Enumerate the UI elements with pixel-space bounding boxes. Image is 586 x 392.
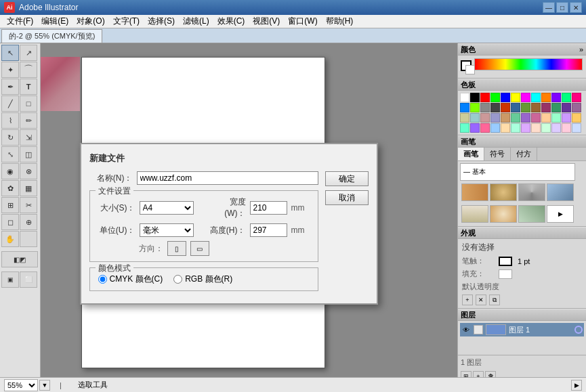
menu-select[interactable]: 选择(S) [144, 15, 179, 28]
blend-tool[interactable]: ⊗ [20, 163, 37, 179]
swatch-item[interactable] [531, 113, 541, 123]
select-tool[interactable]: ↖ [1, 45, 19, 61]
eraser-tool[interactable]: ◻ [1, 214, 19, 230]
symbolsprayer-tool[interactable]: ✿ [1, 180, 19, 196]
swatches-panel-header[interactable]: 色板 [458, 79, 586, 91]
make-comp-icon[interactable]: ⊞ [461, 371, 472, 377]
add-layer-icon[interactable]: + [473, 371, 484, 377]
layer-visibility-toggle[interactable]: 👁 [461, 325, 471, 334]
swatch-item[interactable] [470, 93, 480, 102]
landscape-button[interactable]: ▭ [190, 241, 209, 256]
unit-select[interactable]: 毫米厘米像素英寸点 [140, 223, 194, 237]
cmyk-radio[interactable] [98, 275, 107, 284]
screen-mode-1[interactable]: ▣ [1, 271, 19, 288]
swatch-item[interactable] [470, 123, 480, 133]
type-tool[interactable]: T [20, 79, 37, 95]
swatch-item[interactable] [551, 93, 561, 102]
menu-help[interactable]: 帮助(H) [322, 15, 358, 28]
swatch-item[interactable] [490, 113, 500, 123]
swatch-item[interactable] [541, 123, 551, 133]
swatch-item[interactable] [531, 103, 541, 112]
swatch-item[interactable] [572, 113, 581, 123]
swatch-item[interactable] [480, 123, 490, 133]
swatch-item[interactable] [551, 103, 561, 112]
swatch-item[interactable] [551, 123, 561, 133]
brush-scroll-btn[interactable]: ▶ [547, 205, 574, 223]
menu-edit[interactable]: 编辑(E) [37, 15, 72, 28]
menu-effect[interactable]: 效果(C) [213, 15, 249, 28]
color-panel-expand[interactable]: » [579, 45, 583, 53]
stroke-box[interactable] [499, 257, 512, 266]
swatch-item[interactable] [470, 103, 480, 112]
tab-payment[interactable]: 付方 [511, 148, 537, 160]
color-spectrum[interactable] [474, 58, 583, 70]
swatch-item[interactable] [562, 93, 571, 102]
zoom-select[interactable]: 25%50%55%75%100%150%200% [4, 379, 38, 391]
delete-item-icon[interactable]: ✕ [476, 295, 486, 305]
menu-file[interactable]: 文件(F) [3, 15, 37, 28]
portrait-button[interactable]: ▯ [167, 241, 186, 256]
tab-brushes[interactable]: 画笔 [458, 148, 484, 160]
brush-texture-1[interactable] [461, 183, 488, 201]
rotate-tool[interactable]: ↻ [1, 129, 19, 146]
swatch-item[interactable] [541, 113, 551, 123]
brush-texture-2[interactable] [490, 183, 517, 201]
swatch-item[interactable] [562, 123, 571, 133]
magic-wand-tool[interactable]: ✦ [1, 62, 19, 78]
brush-tool[interactable]: ⌇ [1, 112, 19, 129]
swatch-item[interactable] [511, 93, 520, 102]
color-panel-header[interactable]: 颜色 » [458, 43, 586, 56]
gradient-tool[interactable]: ◫ [20, 146, 37, 162]
brush-texture-3[interactable] [518, 183, 545, 201]
brush-texture-6[interactable] [490, 205, 517, 223]
screen-mode-2[interactable]: ⬜ [20, 271, 37, 288]
brush-texture-7[interactable] [518, 205, 545, 223]
lasso-tool[interactable]: ⌒ [20, 62, 37, 78]
swatch-item[interactable] [501, 123, 510, 133]
swatch-item[interactable] [501, 113, 510, 123]
menu-type[interactable]: 文字(T) [109, 15, 144, 28]
artboard-tool[interactable]: ⊞ [1, 197, 19, 213]
swatch-item[interactable] [460, 103, 469, 112]
swatch-item[interactable] [460, 113, 469, 123]
brush-texture-4[interactable] [547, 183, 574, 201]
brush-item-1[interactable]: — 基本 [460, 163, 575, 181]
fill-box[interactable] [499, 269, 512, 279]
swatch-item[interactable] [501, 93, 510, 102]
swatch-item[interactable] [511, 123, 520, 133]
swatch-item[interactable] [531, 123, 541, 133]
appearance-panel-header[interactable]: 外观 [458, 227, 586, 239]
cancel-button[interactable]: 取消 [325, 190, 369, 205]
graph-tool[interactable]: ▦ [20, 180, 37, 196]
swatch-item[interactable] [490, 93, 500, 102]
swatch-item[interactable] [521, 103, 530, 112]
swatch-item[interactable] [572, 103, 581, 112]
menu-view[interactable]: 视图(V) [249, 15, 284, 28]
line-tool[interactable]: ╱ [1, 95, 19, 112]
swatch-item[interactable] [511, 113, 520, 123]
swatch-item[interactable] [490, 123, 500, 133]
width-input[interactable] [250, 201, 287, 215]
swatch-item[interactable] [480, 113, 490, 123]
swatch-item[interactable] [490, 103, 500, 112]
layer-lock-icon[interactable] [474, 325, 483, 334]
confirm-button[interactable]: 确定 [325, 171, 369, 186]
swatch-item[interactable] [460, 123, 469, 133]
menu-window[interactable]: 窗口(W) [284, 15, 321, 28]
duplicate-item-icon[interactable]: ⧉ [489, 295, 500, 305]
swatch-item[interactable] [562, 103, 571, 112]
scale-tool[interactable]: ⇲ [20, 129, 37, 146]
maximize-button[interactable]: □ [556, 2, 568, 13]
swatch-item[interactable] [480, 93, 490, 102]
status-expand-arrow[interactable]: ▶ [571, 380, 582, 391]
close-button[interactable]: ✕ [570, 2, 582, 13]
swatch-item[interactable] [521, 123, 530, 133]
height-input[interactable] [250, 223, 287, 237]
pen-tool[interactable]: ✒ [1, 79, 19, 95]
layer-target-circle[interactable] [574, 326, 583, 334]
swatch-item[interactable] [541, 103, 551, 112]
name-input[interactable] [137, 171, 318, 185]
size-select[interactable]: A4A3A5Letter自定义 [140, 201, 194, 215]
swatch-item[interactable] [572, 93, 581, 102]
tab-symbols[interactable]: 符号 [484, 148, 511, 160]
